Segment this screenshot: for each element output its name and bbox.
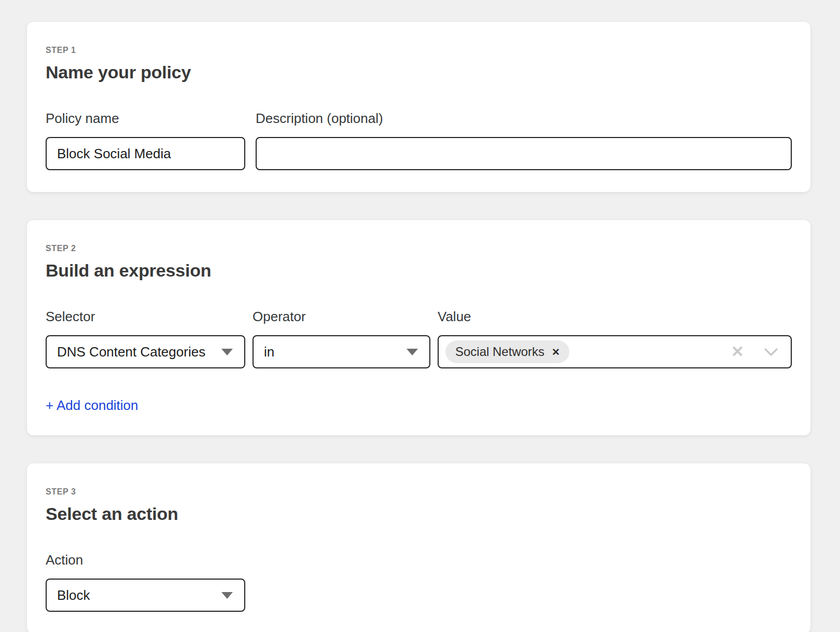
step-1-fields-row: Policy name Description (optional) [46,111,792,170]
add-condition-link[interactable]: + Add condition [46,397,138,414]
multiselect-controls: ✕ [731,344,778,360]
selector-dropdown[interactable]: DNS Content Categories [46,335,245,368]
step-2-label: STEP 2 [46,244,792,253]
action-dropdown[interactable]: Block [46,579,245,612]
selected-value-tag[interactable]: Social Networks ✕ [445,340,569,363]
step-1-title: Name your policy [46,62,792,83]
step-1-card: STEP 1 Name your policy Policy name Desc… [27,22,810,192]
value-field: Value Social Networks ✕ ✕ [438,309,792,368]
policy-builder-page: STEP 1 Name your policy Policy name Desc… [0,0,840,632]
step-1-label: STEP 1 [46,46,792,55]
operator-field: Operator in [253,309,430,368]
action-dropdown-value: Block [57,587,90,603]
operator-dropdown-value: in [264,344,274,360]
description-field: Description (optional) [256,111,792,170]
step-2-title: Build an expression [46,260,792,281]
selector-dropdown-value: DNS Content Categories [57,344,205,360]
operator-dropdown[interactable]: in [253,335,430,368]
selector-field: Selector DNS Content Categories [46,309,245,368]
expression-builder-row: Selector DNS Content Categories Operator… [46,309,792,368]
clear-all-icon[interactable]: ✕ [731,344,744,360]
action-label: Action [46,552,245,568]
value-multiselect[interactable]: Social Networks ✕ ✕ [438,335,792,368]
policy-name-field: Policy name [46,111,245,170]
policy-name-input[interactable] [46,137,245,170]
dropdown-caret-icon [221,349,233,355]
chevron-down-icon[interactable] [764,348,778,356]
value-label: Value [438,309,792,325]
action-field: Action Block [46,552,245,612]
description-input[interactable] [256,137,792,170]
step-3-label: STEP 3 [46,487,792,497]
operator-label: Operator [253,309,430,325]
step-3-card: STEP 3 Select an action Action Block [27,463,810,632]
description-label: Description (optional) [256,111,792,127]
step-2-card: STEP 2 Build an expression Selector DNS … [27,220,810,435]
selector-label: Selector [46,309,245,325]
action-row: Action Block [46,552,792,612]
selected-value-tag-text: Social Networks [455,345,544,359]
dropdown-caret-icon [221,592,233,599]
step-3-title: Select an action [46,504,792,524]
remove-tag-icon[interactable]: ✕ [552,347,560,357]
policy-name-label: Policy name [46,111,245,127]
dropdown-caret-icon [407,349,418,355]
